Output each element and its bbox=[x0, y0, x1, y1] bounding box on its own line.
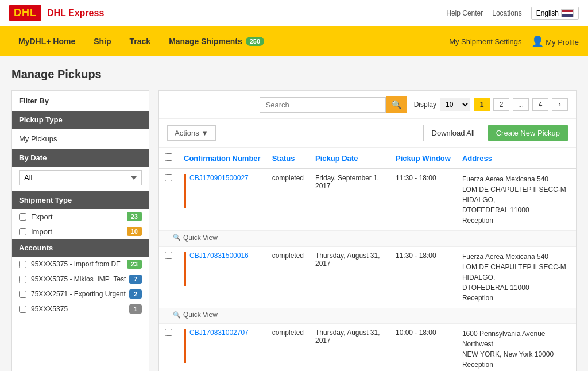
sidebar-section-pickup-type: Pickup Type bbox=[12, 111, 149, 129]
logo-area: DHL DHL Express bbox=[9, 5, 104, 21]
account-2-checkbox[interactable] bbox=[19, 276, 26, 283]
address-cell: Fuerza Aerea Mexicana 540LOM DE CHAPULTE… bbox=[457, 246, 576, 308]
select-all-checkbox[interactable] bbox=[165, 153, 172, 161]
account-3-checkbox[interactable] bbox=[19, 291, 26, 298]
select-all-header bbox=[159, 148, 178, 169]
account-3-count: 2 bbox=[129, 289, 142, 299]
row-checkbox[interactable] bbox=[165, 329, 172, 336]
account-4-row: 95XXX5375 1 bbox=[12, 302, 149, 316]
action-buttons: Download All Create New Pickup bbox=[423, 125, 568, 141]
sidebar-item-my-pickups[interactable]: My Pickups bbox=[12, 129, 149, 149]
account-2-label[interactable]: 95XXX5375 - Miklos_IMP_Test bbox=[19, 275, 126, 283]
status-bar bbox=[184, 329, 186, 363]
account-1-label[interactable]: 95XXX5375 - Import from DE bbox=[19, 260, 121, 268]
download-all-button[interactable]: Download All bbox=[423, 125, 483, 141]
status-bar bbox=[184, 174, 186, 208]
page-4-button[interactable]: 4 bbox=[532, 98, 548, 111]
locations-link[interactable]: Locations bbox=[492, 9, 521, 17]
confirmation-link[interactable]: CBJ170831002707 bbox=[189, 329, 249, 337]
nav-ship[interactable]: Ship bbox=[84, 26, 120, 56]
export-count: 23 bbox=[127, 212, 142, 221]
pickup-window-cell: 11:30 - 18:00 bbox=[390, 169, 457, 231]
account-3-label[interactable]: 75XXX2571 - Exporting Urgent bbox=[19, 290, 126, 298]
pickup-date-cell: Thursday, August 31, 2017 bbox=[310, 324, 390, 372]
header-pickup-date: Pickup Date bbox=[310, 148, 390, 169]
nav-right: My Shipment Settings 👤 My Profile bbox=[449, 35, 579, 48]
flag-icon bbox=[561, 9, 574, 17]
display-select[interactable]: 10 20 50 100 bbox=[440, 98, 470, 111]
page-1-button[interactable]: 1 bbox=[474, 98, 490, 111]
table-row: CBJ170831002707completedThursday, August… bbox=[159, 324, 576, 372]
main-panel: 🔍 Display 10 20 50 100 1 2 ... 4 bbox=[158, 90, 577, 371]
sidebar-section-accounts: Accounts bbox=[12, 239, 149, 257]
row-checkbox[interactable] bbox=[165, 174, 172, 181]
pagination-row: Display 10 20 50 100 1 2 ... 4 › bbox=[414, 98, 568, 111]
quick-view-row: 🔍 Quick View bbox=[159, 231, 576, 247]
nav-manage-shipments[interactable]: Manage Shipments 250 bbox=[160, 26, 273, 56]
language-label: English bbox=[536, 9, 559, 17]
my-profile-link[interactable]: 👤 My Profile bbox=[531, 35, 579, 48]
sidebar-section-by-date: By Date bbox=[12, 149, 149, 167]
header-pickup-window: Pickup Window bbox=[390, 148, 457, 169]
create-new-pickup-button[interactable]: Create New Pickup bbox=[488, 125, 568, 141]
sidebar: Filter By Pickup Type My Pickups By Date… bbox=[11, 90, 149, 371]
shipment-settings-link[interactable]: My Shipment Settings bbox=[449, 37, 521, 46]
import-count: 10 bbox=[127, 227, 142, 236]
actions-dropdown[interactable]: Actions ▼ bbox=[167, 125, 216, 141]
pickup-window-cell: 11:30 - 18:00 bbox=[390, 246, 457, 308]
search-input[interactable] bbox=[260, 97, 386, 113]
page-next-button[interactable]: › bbox=[552, 98, 568, 111]
status-cell: completed bbox=[266, 324, 310, 372]
import-checkbox[interactable] bbox=[19, 228, 26, 235]
nav-bar: MyDHL+ Home Ship Track Manage Shipments … bbox=[0, 26, 588, 56]
dhl-logo: DHL bbox=[9, 5, 41, 21]
date-select[interactable]: All Today This Week This Month bbox=[19, 170, 142, 186]
page-ellipsis: ... bbox=[513, 98, 529, 111]
address-cell: Fuerza Aerea Mexicana 540LOM DE CHAPULTE… bbox=[457, 169, 576, 231]
import-label[interactable]: Import bbox=[19, 227, 52, 236]
nav-mydhl-home[interactable]: MyDHL+ Home bbox=[9, 26, 84, 56]
account-2-row: 95XXX5375 - Miklos_IMP_Test 7 bbox=[12, 272, 149, 287]
pickup-window-cell: 10:00 - 18:00 bbox=[390, 324, 457, 372]
account-4-label[interactable]: 95XXX5375 bbox=[19, 305, 68, 313]
row-checkbox-cell bbox=[159, 246, 178, 308]
display-label: Display bbox=[414, 101, 436, 109]
account-1-count: 23 bbox=[127, 260, 142, 269]
quick-view-cell: 🔍 Quick View bbox=[159, 308, 576, 324]
quick-view-link[interactable]: 🔍 Quick View bbox=[173, 234, 218, 242]
pickup-table: Confirmation Number Status Pickup Date P… bbox=[159, 148, 576, 371]
row-checkbox-cell bbox=[159, 324, 178, 372]
sidebar-section-shipment-type: Shipment Type bbox=[12, 191, 149, 209]
quick-view-link[interactable]: 🔍 Quick View bbox=[173, 311, 218, 319]
pickup-date-cell: Thursday, August 31, 2017 bbox=[310, 246, 390, 308]
row-checkbox[interactable] bbox=[165, 252, 172, 259]
language-button[interactable]: English bbox=[531, 7, 579, 20]
account-4-count: 1 bbox=[129, 304, 142, 314]
export-checkbox[interactable] bbox=[19, 213, 26, 221]
date-select-row: All Today This Week This Month bbox=[12, 167, 149, 191]
confirmation-cell: CBJ170831002707 bbox=[178, 324, 266, 372]
toolbar-actions: Actions ▼ Download All Create New Pickup bbox=[159, 119, 576, 148]
table-header-row: Confirmation Number Status Pickup Date P… bbox=[159, 148, 576, 169]
confirmation-link[interactable]: CBJ170901500027 bbox=[189, 174, 249, 182]
profile-label: My Profile bbox=[546, 38, 579, 47]
top-links: Help Center Locations English bbox=[446, 7, 579, 20]
search-button[interactable]: 🔍 bbox=[386, 96, 407, 113]
header-confirmation: Confirmation Number bbox=[178, 148, 266, 169]
export-label[interactable]: Export bbox=[19, 212, 53, 221]
page-2-button[interactable]: 2 bbox=[493, 98, 509, 111]
confirmation-link[interactable]: CBJ170831500016 bbox=[189, 252, 249, 260]
account-1-row: 95XXX5375 - Import from DE 23 bbox=[12, 257, 149, 272]
address-cell: 1600 Pennsylvania Avenue NorthwestNEW YO… bbox=[457, 324, 576, 372]
account-4-checkbox[interactable] bbox=[19, 306, 26, 313]
status-cell: completed bbox=[266, 169, 310, 231]
page-content: Manage Pickups Filter By Pickup Type My … bbox=[0, 56, 588, 371]
filter-by-label: Filter By bbox=[12, 91, 149, 111]
row-checkbox-cell bbox=[159, 169, 178, 231]
account-1-checkbox[interactable] bbox=[19, 261, 26, 268]
nav-track[interactable]: Track bbox=[121, 26, 160, 56]
help-center-link[interactable]: Help Center bbox=[446, 9, 483, 17]
confirmation-cell: CBJ170831500016 bbox=[178, 246, 266, 308]
quick-view-cell: 🔍 Quick View bbox=[159, 231, 576, 247]
status-cell: completed bbox=[266, 246, 310, 308]
